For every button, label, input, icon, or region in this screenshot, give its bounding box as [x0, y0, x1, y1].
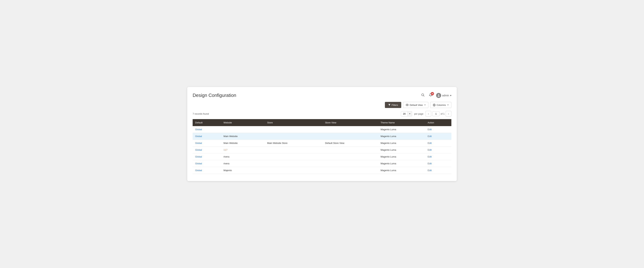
- cell-store: [265, 167, 322, 174]
- records-bar: 7 records found 20 ▼ per page ‹ 1 of 1 ›: [192, 111, 452, 117]
- svg-point-0: [422, 94, 424, 96]
- default-view-button[interactable]: Default View: [403, 102, 428, 108]
- cell-theme: Magento Luma: [378, 126, 425, 133]
- records-count: 7 records found: [192, 113, 209, 115]
- edit-link[interactable]: Edit: [428, 155, 432, 158]
- edit-link[interactable]: Edit: [428, 169, 432, 172]
- cell-store-view: [322, 167, 378, 174]
- cell-theme: Magento Luma: [378, 133, 425, 140]
- user-label: admin: [442, 94, 449, 97]
- cell-store: [265, 153, 322, 160]
- col-header-default: Default: [192, 119, 221, 126]
- cell-action[interactable]: Edit: [425, 146, 452, 153]
- cell-default: Global: [192, 146, 221, 153]
- next-icon: ›: [448, 112, 449, 115]
- per-page-input[interactable]: 20: [401, 111, 408, 116]
- search-button[interactable]: [420, 92, 425, 98]
- col-header-action: Action: [425, 119, 452, 126]
- cell-default: Global: [192, 126, 221, 133]
- svg-line-1: [424, 96, 424, 97]
- cell-action[interactable]: Edit: [425, 126, 452, 133]
- prev-page-button[interactable]: ‹: [426, 111, 431, 117]
- edit-link[interactable]: Edit: [428, 142, 432, 144]
- next-page-button[interactable]: ›: [446, 111, 452, 117]
- columns-button[interactable]: Columns: [430, 102, 452, 108]
- per-page-select[interactable]: 20 ▼: [401, 111, 412, 117]
- cell-theme: Magento Luma: [378, 153, 425, 160]
- cell-action[interactable]: Edit: [425, 167, 452, 174]
- data-table: Default Website Store Store View Theme N…: [192, 119, 452, 174]
- cell-action[interactable]: Edit: [425, 133, 452, 140]
- per-page-label: per page: [414, 113, 423, 115]
- page-header: Design Configuration 39: [192, 92, 452, 98]
- page-title: Design Configuration: [192, 93, 236, 98]
- table-body: GlobalMagento LumaEditGlobalMain Website…: [192, 126, 452, 174]
- cell-action[interactable]: Edit: [425, 140, 452, 146]
- cell-store: [265, 126, 322, 133]
- cell-theme: Magento Luma: [378, 146, 425, 153]
- cell-store: Main Website Store: [265, 140, 322, 146]
- header-actions: 39 admin ▾: [420, 92, 452, 98]
- cell-action[interactable]: Edit: [425, 160, 452, 167]
- cell-store: [265, 160, 322, 167]
- svg-point-5: [434, 105, 434, 105]
- user-menu-button[interactable]: admin ▾: [436, 93, 452, 98]
- cell-store-view: Default Store View: [322, 140, 378, 146]
- cell-default: Global: [192, 167, 221, 174]
- cell-store: [265, 146, 322, 153]
- edit-link[interactable]: Edit: [428, 135, 432, 137]
- user-chevron-icon: ▾: [450, 94, 452, 97]
- cell-store-view: [322, 146, 378, 153]
- table-row: GlobalriveraMagento LumaEdit: [192, 160, 452, 167]
- eye-icon: [406, 104, 408, 106]
- col-header-theme-name: Theme Name: [378, 119, 425, 126]
- cell-default: Global: [192, 140, 221, 146]
- table-header: Default Website Store Store View Theme N…: [192, 119, 452, 126]
- notification-button[interactable]: 39: [428, 92, 433, 98]
- cell-website: [221, 126, 265, 133]
- table-row: GlobalMagento LumaEdit: [192, 126, 452, 133]
- table-row: Global117Magento LumaEdit: [192, 146, 452, 153]
- toolbar: Filters Default View Columns: [192, 102, 452, 108]
- user-avatar: [436, 93, 441, 98]
- filter-icon: [388, 104, 391, 106]
- table-row: GlobalMajentoMagento LumaEdit: [192, 167, 452, 174]
- cell-store-view: [322, 133, 378, 140]
- cell-default: Global: [192, 133, 221, 140]
- cell-theme: Magento Luma: [378, 167, 425, 174]
- cell-store-view: [322, 126, 378, 133]
- filters-button[interactable]: Filters: [385, 102, 401, 108]
- svg-marker-3: [388, 104, 390, 106]
- edit-link[interactable]: Edit: [428, 162, 432, 165]
- edit-link[interactable]: Edit: [428, 128, 432, 131]
- cell-website: rivera: [221, 160, 265, 167]
- svg-point-2: [438, 94, 439, 95]
- cell-website: rivera: [221, 153, 265, 160]
- cell-website: Main Website: [221, 140, 265, 146]
- notification-badge: 39: [431, 92, 434, 95]
- edit-link[interactable]: Edit: [428, 148, 432, 151]
- cell-website: Majento: [221, 167, 265, 174]
- columns-chevron-icon: [447, 105, 449, 106]
- col-header-website: Website: [221, 119, 265, 126]
- col-header-store: Store: [265, 119, 322, 126]
- of-label: of 1: [440, 113, 444, 115]
- page-number-input[interactable]: 1: [432, 111, 440, 116]
- user-icon: [437, 94, 440, 97]
- cell-website: Main Website: [221, 133, 265, 140]
- view-chevron-icon: [424, 105, 426, 106]
- table-row: GlobalMain WebsiteMain Website StoreDefa…: [192, 140, 452, 146]
- cell-website: 117: [221, 146, 265, 153]
- col-header-store-view: Store View: [322, 119, 378, 126]
- cell-theme: Magento Luma: [378, 140, 425, 146]
- svg-point-4: [407, 105, 408, 105]
- pagination: 20 ▼ per page ‹ 1 of 1 ›: [401, 111, 452, 117]
- prev-icon: ‹: [428, 112, 429, 115]
- gear-icon: [433, 104, 436, 106]
- cell-default: Global: [192, 160, 221, 167]
- per-page-dropdown-arrow[interactable]: ▼: [408, 112, 412, 116]
- cell-store: [265, 133, 322, 140]
- table-row: GlobalMain WebsiteMagento LumaEdit: [192, 133, 452, 140]
- cell-action[interactable]: Edit: [425, 153, 452, 160]
- main-card: Design Configuration 39: [187, 87, 457, 181]
